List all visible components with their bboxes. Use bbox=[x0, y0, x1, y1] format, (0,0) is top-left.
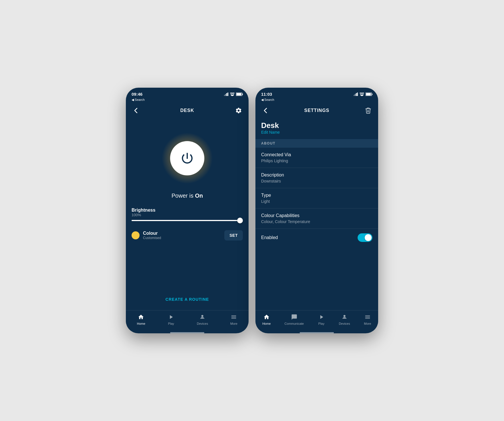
tab-devices-1[interactable]: Devices bbox=[197, 313, 208, 325]
home-indicator-2 bbox=[300, 332, 334, 333]
back-button-2[interactable] bbox=[261, 106, 270, 115]
tab-devices-2[interactable]: Devices bbox=[339, 313, 350, 325]
colour-section: Colour Customised SET bbox=[132, 227, 243, 244]
settings-item-description: Description Downstairs bbox=[255, 168, 378, 188]
status-bar-1: 09:46 bbox=[126, 88, 249, 98]
screens-container: 09:46 ◀ Search DESK bbox=[120, 82, 384, 339]
tab-label-communicate-2: Communicate bbox=[285, 322, 304, 325]
set-colour-button[interactable]: SET bbox=[224, 230, 243, 240]
tab-more-2[interactable]: More bbox=[364, 313, 371, 325]
brightness-slider[interactable] bbox=[132, 220, 243, 221]
nav-title-1: DESK bbox=[180, 108, 194, 113]
create-routine-button[interactable]: CREATE A ROUTINE bbox=[132, 297, 243, 302]
enabled-toggle[interactable] bbox=[358, 233, 372, 242]
tab-label-home-1: Home bbox=[137, 322, 145, 325]
status-icons-1 bbox=[224, 93, 243, 96]
nav-bar-1: DESK bbox=[126, 104, 249, 118]
tab-bar-1: Home Play Devices More bbox=[126, 310, 249, 331]
slider-thumb[interactable] bbox=[237, 218, 243, 223]
screen1-content: Power is On Brightness 100% Colour Custo… bbox=[126, 118, 249, 310]
description-value: Downstairs bbox=[261, 179, 372, 183]
signal-icon-1 bbox=[224, 93, 229, 96]
tab-home-2[interactable]: Home bbox=[262, 313, 271, 325]
tab-label-home-2: Home bbox=[262, 322, 271, 325]
screen2-content: Desk Edit Name ABOUT Connected Via Phili… bbox=[255, 118, 378, 333]
devices-icon-2 bbox=[341, 313, 348, 321]
colour-sublabel: Customised bbox=[143, 236, 161, 240]
colour-left: Colour Customised bbox=[132, 231, 161, 240]
tab-label-play-1: Play bbox=[168, 322, 174, 325]
home-icon-1 bbox=[137, 313, 145, 321]
svg-rect-6 bbox=[237, 93, 241, 95]
power-orb[interactable] bbox=[159, 130, 216, 187]
edit-name-link[interactable]: Edit Name bbox=[261, 130, 372, 135]
settings-button-1[interactable] bbox=[234, 106, 243, 115]
about-section-header: ABOUT bbox=[255, 139, 378, 148]
slider-fill bbox=[132, 220, 237, 221]
device-name: Desk bbox=[261, 121, 372, 130]
connected-via-label: Connected Via bbox=[261, 152, 372, 157]
power-status-text: Power is On bbox=[172, 193, 203, 199]
toggle-knob bbox=[365, 234, 372, 241]
tab-more-1[interactable]: More bbox=[230, 313, 237, 325]
status-bar-2: 11:03 bbox=[255, 88, 378, 98]
battery-icon-2 bbox=[366, 93, 372, 96]
tab-label-play-2: Play bbox=[318, 322, 324, 325]
tab-label-devices-1: Devices bbox=[197, 322, 208, 325]
enabled-label: Enabled bbox=[261, 235, 278, 240]
description-label: Description bbox=[261, 173, 372, 178]
svg-rect-13 bbox=[366, 93, 371, 95]
enabled-toggle-row: Enabled bbox=[255, 229, 378, 246]
tab-home-1[interactable]: Home bbox=[137, 313, 145, 325]
svg-rect-5 bbox=[242, 93, 243, 95]
home-indicator-1 bbox=[170, 332, 204, 333]
colour-dot bbox=[132, 231, 140, 239]
svg-rect-10 bbox=[357, 93, 358, 96]
trash-icon bbox=[365, 107, 371, 114]
settings-list: Connected Via Philips Lighting Descripti… bbox=[255, 148, 378, 310]
delete-button-2[interactable] bbox=[364, 106, 372, 115]
type-label: Type bbox=[261, 193, 372, 198]
status-search-1: ◀ Search bbox=[126, 98, 249, 104]
tab-bar-2: Home Communicate Play bbox=[255, 310, 378, 331]
connected-via-value: Philips Lighting bbox=[261, 159, 372, 163]
device-header: Desk Edit Name bbox=[255, 118, 378, 139]
devices-icon-1 bbox=[199, 313, 206, 321]
nav-title-2: SETTINGS bbox=[304, 108, 329, 113]
status-icons-2 bbox=[354, 93, 372, 96]
svg-rect-3 bbox=[227, 93, 228, 96]
tab-label-more-1: More bbox=[230, 322, 237, 325]
settings-item-type: Type Light bbox=[255, 188, 378, 209]
wifi-icon-2 bbox=[360, 93, 364, 96]
back-button-1[interactable] bbox=[132, 106, 140, 115]
svg-rect-2 bbox=[226, 93, 227, 96]
tab-label-devices-2: Devices bbox=[339, 322, 350, 325]
brightness-section: Brightness 100% bbox=[132, 208, 243, 227]
colour-capabilities-value: Colour, Colour Temperature bbox=[261, 219, 372, 224]
more-icon-2 bbox=[364, 313, 371, 321]
colour-label: Colour bbox=[143, 231, 161, 236]
more-icon-1 bbox=[230, 313, 237, 321]
tab-play-2[interactable]: Play bbox=[318, 313, 325, 325]
power-icon bbox=[180, 151, 194, 165]
tab-play-1[interactable]: Play bbox=[167, 313, 175, 325]
nav-bar-2: SETTINGS bbox=[255, 104, 378, 118]
power-circle[interactable] bbox=[170, 141, 204, 175]
svg-rect-9 bbox=[356, 93, 357, 96]
svg-rect-1 bbox=[225, 94, 226, 96]
type-value: Light bbox=[261, 199, 372, 204]
status-search-2: ◀ Search bbox=[255, 98, 378, 104]
colour-capabilities-label: Colour Capabilities bbox=[261, 213, 372, 218]
signal-icon-2 bbox=[354, 93, 358, 96]
brightness-label: Brightness bbox=[132, 208, 243, 213]
svg-rect-8 bbox=[355, 94, 356, 96]
svg-rect-12 bbox=[372, 93, 372, 95]
tab-communicate-2[interactable]: Communicate bbox=[285, 313, 304, 325]
colour-info: Colour Customised bbox=[143, 231, 161, 240]
brightness-value: 100% bbox=[132, 213, 243, 217]
communicate-icon-2 bbox=[291, 313, 298, 321]
play-icon-2 bbox=[318, 313, 325, 321]
phone-screen-1: 09:46 ◀ Search DESK bbox=[126, 88, 249, 333]
settings-item-connected-via: Connected Via Philips Lighting bbox=[255, 148, 378, 168]
tab-label-more-2: More bbox=[364, 322, 371, 325]
